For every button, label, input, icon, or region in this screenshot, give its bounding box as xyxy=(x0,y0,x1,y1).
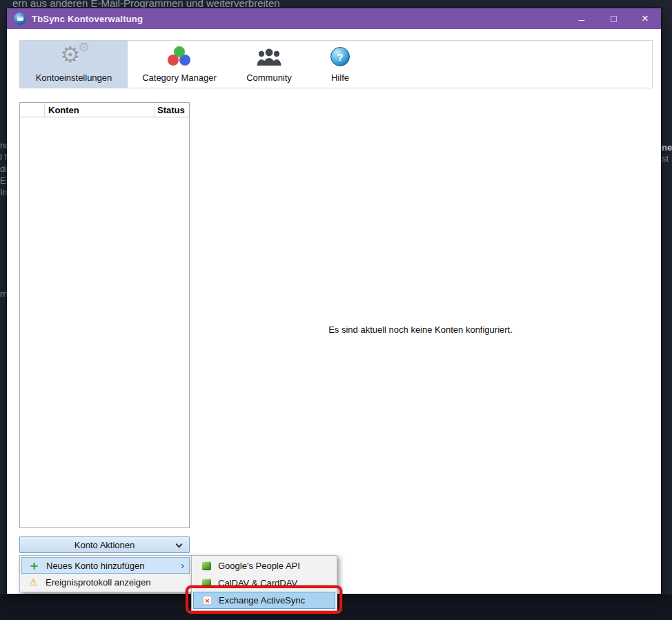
menu-item-neues-konto-hinzufuegen[interactable]: + Neues Konto hinzufügen › xyxy=(21,557,190,574)
tab-community[interactable]: Community xyxy=(231,41,307,88)
tbsync-logo-icon xyxy=(14,12,26,25)
help-icon: ? xyxy=(307,41,373,72)
category-manager-icon xyxy=(128,41,231,72)
people-icon xyxy=(231,41,307,72)
tbsync-window: TbSync Kontoverwaltung – × ⚙ ⚙ Kontoeins… xyxy=(7,8,661,594)
toolbar: ⚙ ⚙ Kontoeinstellungen Category Manager xyxy=(19,40,653,88)
window-controls: – × xyxy=(566,8,661,29)
konto-aktionen-menu: + Neues Konto hinzufügen › ⚠ Ereignispro… xyxy=(19,555,192,592)
maximize-button[interactable] xyxy=(597,8,629,29)
gear-icon: ⚙ ⚙ xyxy=(20,41,128,72)
konto-aktionen-button[interactable]: Konto Aktionen xyxy=(19,536,190,553)
menu-item-ereignisprotokoll-anzeigen[interactable]: ⚠ Ereignisprotokoll anzeigen xyxy=(21,574,190,590)
titlebar[interactable]: TbSync Kontoverwaltung – × xyxy=(7,8,661,29)
provider-cube-icon xyxy=(202,561,211,570)
tab-label: Category Manager xyxy=(142,72,217,83)
background-fragment: ne xyxy=(662,142,672,153)
column-blank[interactable] xyxy=(20,103,45,117)
accounts-list-body[interactable] xyxy=(20,117,189,527)
column-status[interactable]: Status xyxy=(155,105,189,115)
close-button[interactable]: × xyxy=(629,8,661,29)
accounts-list-header: Konten Status xyxy=(20,103,189,117)
chevron-down-icon xyxy=(176,541,183,548)
accounts-list[interactable]: Konten Status xyxy=(19,102,190,528)
column-konten[interactable]: Konten xyxy=(45,103,155,117)
background-fragment: di xyxy=(0,164,7,174)
add-icon: + xyxy=(28,559,40,572)
background-fragment: st xyxy=(662,153,669,164)
annotation-highlight-box xyxy=(186,585,342,614)
tab-label: Hilfe xyxy=(331,72,349,83)
warning-icon: ⚠ xyxy=(28,577,39,588)
window-body: ⚙ ⚙ Kontoeinstellungen Category Manager xyxy=(7,29,661,594)
tab-label: Community xyxy=(246,72,292,83)
tab-label: Kontoeinstellungen xyxy=(36,72,112,83)
tab-kontoeinstellungen[interactable]: ⚙ ⚙ Kontoeinstellungen xyxy=(20,41,128,88)
background-fragment: l f xyxy=(0,152,7,162)
submenu-item-label: Google's People API xyxy=(218,561,300,571)
window-title: TbSync Kontoverwaltung xyxy=(32,14,143,24)
tab-category-manager[interactable]: Category Manager xyxy=(128,41,231,88)
maximize-icon xyxy=(611,16,617,22)
submenu-item-google-people-api[interactable]: Google's People API xyxy=(193,557,335,574)
konto-aktionen-label: Konto Aktionen xyxy=(75,540,135,550)
tab-hilfe[interactable]: ? Hilfe xyxy=(307,41,373,88)
minimize-button[interactable]: – xyxy=(566,8,597,29)
menu-item-label: Ereignisprotokoll anzeigen xyxy=(46,577,150,588)
menu-item-label: Neues Konto hinzufügen xyxy=(46,561,144,571)
submenu-arrow-icon: › xyxy=(181,560,184,571)
empty-message: Es sind aktuell noch keine Konten konfig… xyxy=(190,324,651,335)
